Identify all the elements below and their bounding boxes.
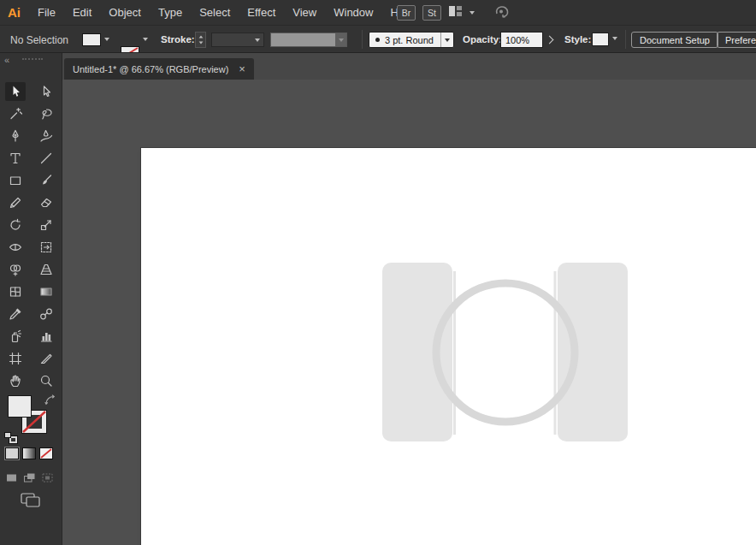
gradient-button[interactable] — [22, 447, 36, 459]
zoom-tool[interactable] — [36, 371, 56, 390]
draw-behind-icon[interactable] — [23, 471, 36, 487]
menu-view[interactable]: View — [284, 0, 325, 25]
divider — [625, 30, 626, 49]
brush-definition-dropdown[interactable]: 3 pt. Round — [369, 32, 454, 48]
fill-dropdown-icon[interactable] — [104, 38, 109, 41]
artboard-tool[interactable] — [5, 349, 26, 368]
mesh-tool[interactable] — [5, 282, 26, 301]
perspective-grid-tool[interactable] — [36, 260, 56, 279]
blend-tool[interactable] — [36, 305, 56, 323]
pen-tool[interactable] — [5, 127, 26, 145]
close-icon[interactable]: × — [239, 63, 245, 74]
chevron-down-icon[interactable] — [470, 11, 475, 15]
draw-inside-icon[interactable] — [41, 471, 54, 487]
stroke-weight-dropdown[interactable] — [211, 33, 264, 47]
style-swatch[interactable] — [592, 33, 609, 46]
lasso-tool[interactable] — [36, 104, 56, 123]
color-mode-buttons — [5, 447, 53, 459]
magic-wand-tool[interactable] — [5, 104, 26, 123]
shaper-tool[interactable] — [5, 193, 26, 212]
chevron-down-icon — [255, 39, 260, 42]
width-profile-dropdown — [270, 33, 347, 47]
rotate-tool[interactable] — [5, 216, 26, 234]
opacity-expand-icon[interactable] — [546, 36, 554, 44]
symbol-sprayer-tool[interactable] — [5, 327, 26, 346]
collapse-panel-icon[interactable]: « — [4, 55, 9, 65]
stock-button[interactable]: St — [422, 5, 441, 21]
menu-type[interactable]: Type — [150, 0, 191, 25]
opacity-label: Opacity: — [463, 34, 502, 44]
eraser-tool[interactable] — [36, 193, 56, 212]
free-transform-tool[interactable] — [36, 238, 56, 257]
document-tab-title: Untitled-1* @ 66.67% (RGB/Preview) — [73, 64, 228, 74]
width-tool[interactable] — [5, 238, 26, 257]
paintbrush-tool[interactable] — [36, 171, 56, 190]
workspace-switcher-icon[interactable] — [448, 4, 463, 21]
menu-file[interactable]: File — [29, 0, 64, 25]
preferences-button[interactable]: Preferences — [717, 32, 756, 48]
column-graph-tool[interactable] — [36, 327, 56, 346]
divider — [362, 30, 363, 49]
brush-preview-icon — [375, 38, 380, 42]
tools-panel: « — [0, 53, 62, 545]
stepper-down-icon[interactable] — [198, 41, 203, 44]
menu-select[interactable]: Select — [191, 0, 239, 25]
document-tab[interactable]: Untitled-1* @ 66.67% (RGB/Preview) × — [64, 58, 254, 80]
app-logo[interactable]: Ai — [0, 5, 29, 20]
brush-value: 3 pt. Round — [385, 35, 434, 45]
selection-tool[interactable] — [5, 82, 26, 101]
document-setup-button[interactable]: Document Setup — [631, 32, 718, 48]
eyedropper-tool[interactable] — [5, 305, 26, 323]
tool-grid — [0, 80, 62, 392]
style-label: Style: — [564, 34, 591, 44]
illustrator-window: Ai File Edit Object Type Select Effect V… — [0, 0, 756, 545]
placeholder-graphic — [382, 263, 630, 442]
panel-grip[interactable] — [22, 58, 43, 60]
draw-normal-icon[interactable] — [5, 471, 18, 487]
direct-selection-tool[interactable] — [36, 82, 56, 101]
draw-mode-buttons — [5, 471, 54, 487]
stroke-color-swatch[interactable] — [121, 46, 139, 53]
hand-tool[interactable] — [5, 371, 26, 390]
chevron-down-icon[interactable] — [445, 39, 450, 42]
scale-tool[interactable] — [36, 216, 56, 234]
selection-status: No Selection — [10, 34, 68, 46]
type-tool[interactable] — [5, 149, 26, 168]
slice-tool[interactable] — [36, 349, 56, 368]
fill-color-swatch[interactable] — [82, 33, 101, 46]
stroke-weight-stepper[interactable] — [195, 32, 206, 48]
rectangle-tool[interactable] — [5, 171, 26, 190]
screen-mode-button[interactable] — [21, 492, 41, 511]
opacity-value: 100% — [505, 35, 529, 45]
default-fill-stroke-icon[interactable] — [4, 432, 18, 444]
style-dropdown-icon[interactable] — [612, 37, 617, 40]
color-button[interactable] — [5, 447, 19, 459]
shape-builder-tool[interactable] — [5, 260, 26, 279]
document-tab-strip: Untitled-1* @ 66.67% (RGB/Preview) × — [62, 53, 756, 80]
fill-color-indicator[interactable] — [8, 395, 32, 418]
menu-edit[interactable]: Edit — [64, 0, 100, 25]
menu-bar: Ai File Edit Object Type Select Effect V… — [0, 0, 756, 25]
sync-settings-icon[interactable] — [493, 3, 511, 22]
bridge-button[interactable]: Br — [397, 5, 416, 21]
curvature-tool[interactable] — [36, 127, 56, 145]
menu-window[interactable]: Window — [325, 0, 381, 25]
menu-effect[interactable]: Effect — [239, 0, 284, 25]
line-segment-tool[interactable] — [36, 149, 56, 168]
swap-fill-stroke-icon[interactable] — [44, 394, 56, 409]
control-bar: No Selection Stroke: 3 pt. Round Opacity… — [0, 25, 756, 53]
stepper-up-icon[interactable] — [198, 35, 203, 38]
menu-object[interactable]: Object — [100, 0, 150, 25]
gradient-tool[interactable] — [36, 282, 56, 301]
stroke-label: Stroke: — [161, 34, 195, 44]
none-button[interactable] — [39, 447, 53, 459]
stroke-dropdown-icon[interactable] — [143, 38, 148, 41]
opacity-input[interactable]: 100% — [500, 32, 543, 48]
chevron-down-icon — [339, 39, 344, 42]
canvas-area[interactable] — [62, 80, 756, 545]
